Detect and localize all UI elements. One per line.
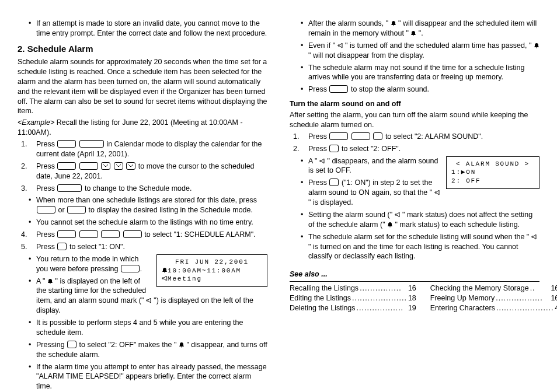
section-intro: Schedule alarm sounds for approximately … [18,57,267,116]
left-column: If an attempt is made to store an invali… [18,18,267,392]
horn-icon [146,298,152,303]
section-heading: 2. Schedule Alarm [18,43,267,55]
bell-icon [47,278,53,284]
r-note-does-not-affect: Setting the alarm sound (" " mark status… [301,210,539,230]
see-also-heading: See also ... [290,270,539,279]
r-step-1: Press to select "2: ALARM SOUND". [301,132,539,142]
key-icon [37,206,55,214]
bell-icon [387,222,393,228]
note-press-stop: Press to stop the alarm sound. [301,85,539,94]
key-icon [373,132,382,140]
key-icon [79,162,98,170]
note-elapsed: If the alarm time you attempt to enter h… [29,362,267,392]
subheading-turn-alarm: Turn the alarm sound on and off [290,99,539,109]
note-even-if: Even if " " is turned off and the schedu… [301,41,539,61]
down-key-icon [101,162,110,170]
example-line: <Example> Recall the listing for June 22… [18,118,267,138]
key-icon [123,230,142,238]
key-icon [57,162,76,170]
bell-icon [391,20,396,26]
step-2: Press to move the cursor to the schedule… [29,162,267,181]
key-icon [351,132,370,140]
horn-icon [531,235,537,240]
step-3: Press to change to the Schedule mode. [29,184,267,194]
key-icon [121,265,140,272]
horn-icon [434,190,440,195]
example-label: <Example> [18,118,54,127]
see-also-row: Checking the Memory Storage..16 [430,284,557,293]
key-icon [329,145,339,152]
note-bell-mark: A " " is displayed on the left of the st… [29,276,267,316]
bell-icon [179,342,184,348]
key-icon [67,206,86,214]
horn-icon [337,43,343,48]
key-icon [67,341,76,348]
see-also-row: Entering Characters.....................… [430,303,557,313]
down-key-icon [126,162,135,170]
note-no-time-entry: You cannot set the schedule alarm to the… [29,218,267,228]
note-after-alarm: After the alarm sounds, " " will disappe… [301,19,539,38]
see-also-row: Editing the Listings....................… [290,293,416,303]
step-1: Press in Calendar mode to display the ca… [29,139,267,159]
key-icon [329,178,339,186]
down-key-icon [114,162,123,170]
horn-icon [319,159,325,164]
see-also-row: Recalling the Listings................16 [290,284,416,293]
r-step-2: Press to select "2: OFF". [301,144,539,154]
see-also-row: Freeing Up Memory..................16 [430,293,557,303]
horn-icon [395,212,401,218]
key-icon [329,132,348,140]
note-may-not-sound: The schedule alarm may not sound if the … [301,63,539,83]
r-note-disappears: A " " disappears, and the alarm sound is… [301,156,539,176]
see-also-table: Recalling the Listings................16… [290,281,539,313]
subheading-intro: After setting the alarm, you can turn of… [290,110,539,130]
key-icon [79,140,104,148]
key-icon [57,230,76,238]
note-off: Pressing to select "2: OFF" makes the " … [29,340,267,360]
step-4: Press to select "1: SCHEDULE ALARM". [29,230,267,240]
see-also-row: Deleting the Listings..................1… [290,303,416,313]
r-note-will-sound: The schedule alarm set for the schedule … [301,232,539,262]
key-icon [57,243,67,250]
key-icon [329,85,348,93]
key-icon [79,230,98,238]
key-icon [101,230,120,238]
key-icon [57,184,82,192]
bell-icon [410,30,416,36]
key-icon [57,140,76,148]
step-5: Press to select "1: ON". [29,242,267,252]
bell-icon [534,43,539,48]
right-column: After the alarm sounds, " " will disappe… [290,18,539,392]
intro-bullet: If an attempt is made to store an invali… [29,19,267,38]
note-perform-4-5: It is possible to perform steps 4 and 5 … [29,318,267,338]
note-return-mode: You return to the mode in which you were… [29,254,267,274]
r-note-on-again: Press ("1: ON") in step 2 to set the ala… [301,178,539,208]
note-multiple-listings: When more than one schedule listings are… [29,195,267,215]
